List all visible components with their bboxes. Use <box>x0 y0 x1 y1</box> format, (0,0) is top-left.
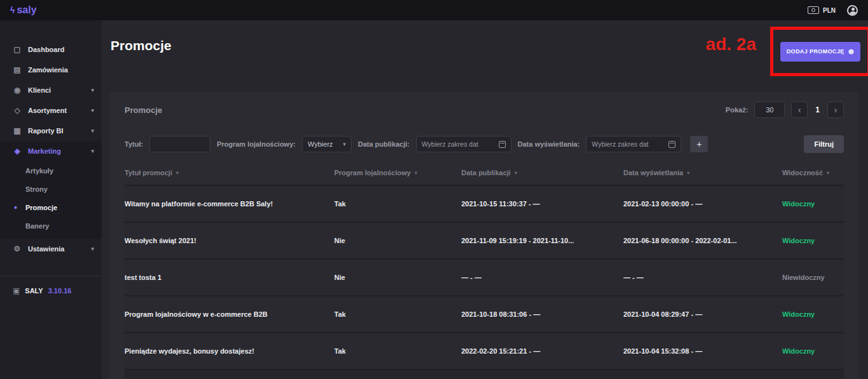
chevron-down-icon: ▾ <box>91 107 94 114</box>
sidebar-subitem-banners[interactable]: Banery <box>0 216 102 235</box>
account-icon[interactable] <box>847 5 858 16</box>
display-date-label: Data wyświetlania: <box>518 140 580 148</box>
publish-date-input[interactable]: Wybierz zakres dat <box>416 136 512 152</box>
logo-icon: ϟ <box>10 5 15 15</box>
version-row: ▣ SALY 3.10.16 <box>0 276 102 295</box>
sidebar-item-assortment[interactable]: ◇Asortyment▾ <box>0 100 102 121</box>
page-size-input[interactable] <box>754 102 785 118</box>
next-page-button[interactable]: › <box>827 102 844 118</box>
marketing-submenu: ArtykułyStrony•PromocjeBanery <box>0 161 102 235</box>
cell-displayed: 2021-10-04 08:29:47 - — <box>623 310 782 318</box>
cell-visibility: Widoczny <box>782 237 844 244</box>
currency-label: PLN <box>823 7 836 14</box>
display-date-input[interactable]: Wybierz zakres dat <box>586 136 681 152</box>
cell-title: test tosta 1 <box>125 274 334 281</box>
annotation-highlight-box: DODAJ PROMOCJĘ ⊕ <box>770 27 868 76</box>
sidebar-item-label: Marketing <box>28 147 85 155</box>
sidebar-subitem-label: Promocje <box>25 204 102 211</box>
sidebar-subitem-label: Artykuły <box>25 167 102 175</box>
sidebar-item-label: Ustawienia <box>28 245 85 253</box>
cell-published: 2021-10-18 08:31:06 - — <box>461 310 623 318</box>
sort-icon: ▾ <box>176 170 179 176</box>
chevron-down-icon: ▾ <box>343 141 346 147</box>
loyalty-filter-label: Program lojalnościowy: <box>217 140 295 148</box>
calendar-icon <box>499 141 506 148</box>
sidebar-item-reports-bi[interactable]: ▦Raporty BI▾ <box>0 121 102 141</box>
sidebar-item-label: Klienci <box>28 86 85 94</box>
publish-date-placeholder: Wybierz zakres dat <box>422 140 478 148</box>
cell-loyalty: Tak <box>334 347 461 355</box>
cell-displayed: 2021-02-13 00:00:00 - — <box>623 200 782 208</box>
card-header: Promocje Pokaż: ‹ 1 › <box>125 92 844 128</box>
orders-icon: ▤ <box>13 65 22 74</box>
sidebar-item-label: Asortyment <box>28 107 85 114</box>
calendar-icon <box>668 141 675 148</box>
column-header[interactable]: Tytuł promocji▾ <box>125 169 334 176</box>
column-header-label: Data wyświetlania <box>623 169 683 176</box>
loyalty-filter-select[interactable]: Wybierz ▾ <box>302 136 351 152</box>
column-header[interactable]: Program lojalnościowy▾ <box>334 169 461 176</box>
sort-icon: ▾ <box>515 170 517 176</box>
show-label: Pokaż: <box>726 106 748 114</box>
column-header[interactable]: Data wyświetlania▾ <box>623 169 782 176</box>
title-filter-input[interactable] <box>149 136 210 152</box>
add-filter-button[interactable]: + <box>690 136 708 152</box>
cell-title: Program lojalnościowy w e-commerce B2B <box>125 310 334 318</box>
marketing-icon: ◈ <box>13 147 22 156</box>
gear-icon: ⚙ <box>13 244 22 253</box>
table-row[interactable]: test tosta 1Nie— - —— - —Niewidoczny <box>125 258 844 295</box>
table-row[interactable]: Program lojalnościowy w e-commerce B2BTa… <box>125 295 844 332</box>
sidebar-nav: ▢Dashboard▤Zamówienia◉Klienci▾◇Asortymen… <box>0 39 102 141</box>
sidebar-item-dashboard[interactable]: ▢Dashboard <box>0 39 102 60</box>
filter-submit-button[interactable]: Filtruj <box>804 135 844 153</box>
cell-published: — - — <box>461 274 623 281</box>
version-number: 3.10.16 <box>48 287 72 295</box>
sidebar-item-orders[interactable]: ▤Zamówienia <box>0 60 102 80</box>
cell-published: 2021-10-15 11:30:37 - — <box>461 200 623 208</box>
sidebar-subitem-promotions[interactable]: •Promocje <box>0 198 102 216</box>
topbar: ϟ saly PLN <box>0 0 868 20</box>
filter-bar: Tytuł: Program lojalnościowy: Wybierz ▾ … <box>125 128 844 161</box>
assortment-icon: ◇ <box>13 106 22 115</box>
column-header-label: Tytuł promocji <box>125 169 172 176</box>
add-promotion-button[interactable]: DODAJ PROMOCJĘ ⊕ <box>780 42 861 62</box>
add-promotion-label: DODAJ PROMOCJĘ <box>787 48 844 55</box>
column-header[interactable]: Data publikacji▾ <box>461 169 623 176</box>
clients-icon: ◉ <box>13 86 22 95</box>
table-row[interactable]: Witamy na platformie e-commerce B2B Saly… <box>125 185 844 222</box>
page-number: 1 <box>815 105 820 114</box>
table-row[interactable]: Pieniądze wydajesz, bonusy dostajesz!Tak… <box>125 332 844 369</box>
prev-page-button[interactable]: ‹ <box>791 102 808 118</box>
plus-circle-icon: ⊕ <box>848 48 855 56</box>
sidebar-item-marketing[interactable]: ◈Marketing▾ <box>0 141 102 161</box>
cell-published: 2022-02-20 15:21:21 - — <box>461 347 623 355</box>
column-header-label: Program lojalnościowy <box>334 169 410 176</box>
app-logo[interactable]: ϟ saly <box>10 4 37 16</box>
cell-loyalty: Nie <box>334 274 461 281</box>
currency-selector[interactable]: PLN <box>808 6 836 14</box>
annotation-text: ad. 2a <box>706 34 756 55</box>
chevron-down-icon: ▾ <box>91 148 94 154</box>
sidebar-subitem-articles[interactable]: Artykuły <box>0 161 102 180</box>
table-row[interactable]: Wesołych świąt 2021!Nie2021-11-09 15:19:… <box>125 222 844 258</box>
app-version-icon: ▣ <box>13 286 20 295</box>
pagination-controls: Pokaż: ‹ 1 › <box>726 102 844 118</box>
sidebar-item-clients[interactable]: ◉Klienci▾ <box>0 80 102 100</box>
chevron-down-icon: ▾ <box>91 246 94 252</box>
sidebar-item-settings[interactable]: ⚙Ustawienia▾ <box>0 239 102 259</box>
cell-displayed: 2021-10-04 15:32:08 - — <box>623 347 782 355</box>
reports-icon: ▦ <box>13 126 22 135</box>
cell-title: Pieniądze wydajesz, bonusy dostajesz! <box>125 347 334 355</box>
column-header-label: Widoczność <box>782 169 823 176</box>
card-title: Promocje <box>125 105 162 115</box>
promotions-card: Promocje Pokaż: ‹ 1 › Tytuł: Program loj… <box>109 92 859 379</box>
active-dot: • <box>14 203 17 213</box>
sidebar-subitem-pages[interactable]: Strony <box>0 180 102 198</box>
column-header-label: Data publikacji <box>461 169 511 176</box>
sidebar-item-label: Zamówienia <box>28 66 94 74</box>
cell-displayed: — - — <box>623 274 782 281</box>
column-header[interactable]: Widoczność▾ <box>782 169 844 176</box>
cell-loyalty: Nie <box>334 237 461 244</box>
sidebar-subitem-label: Banery <box>25 222 102 230</box>
main-content: Promocje ad. 2a DODAJ PROMOCJĘ ⊕ Promocj… <box>102 20 868 379</box>
